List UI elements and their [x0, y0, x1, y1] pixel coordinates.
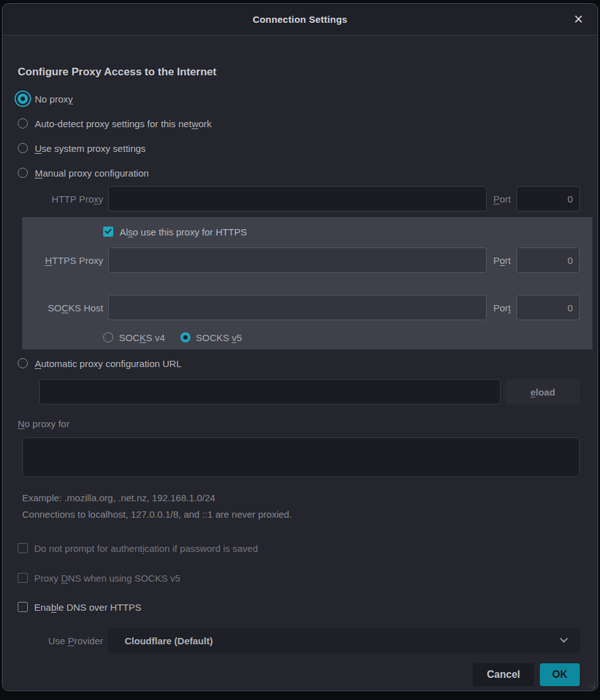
highlighted-section: Also use this proxy for HTTPS HTTPS Prox…	[22, 217, 592, 349]
https-proxy-row: HTTPS Proxy Port	[22, 247, 580, 273]
radio-icon-socks-v5	[180, 332, 191, 342]
radio-socks-v4-label[interactable]: SOCKS v4	[119, 332, 165, 343]
checkbox-icon-also-use-https	[103, 227, 113, 237]
checkbox-no-prompt-auth[interactable]: Do not prompt for authentication if pass…	[18, 539, 580, 557]
radio-socks-v5-label: SOCKS v5	[196, 332, 242, 343]
https-port-label: Port	[493, 255, 511, 266]
cancel-button[interactable]: Cancel	[473, 663, 534, 686]
auto-url-input-row: eload	[39, 379, 580, 404]
radio-socks-v5[interactable]: SOCKS v5	[180, 332, 242, 343]
localhost-note-text: Connections to localhost, 127.0.0.1/8, a…	[22, 509, 580, 523]
dialog-title: Connection Settings	[253, 14, 347, 25]
auto-url-input[interactable]	[39, 379, 501, 404]
https-proxy-label: HTTPS Proxy	[22, 255, 103, 266]
radio-auto-detect-label: Auto-detect proxy settings for this netw…	[35, 118, 211, 129]
radio-auto-url[interactable]: Automatic proxy configuration URL	[18, 354, 580, 372]
connection-settings-dialog: Connection Settings ✕ Configure Proxy Ac…	[2, 3, 598, 691]
socks-port-label: Port	[493, 303, 511, 313]
radio-icon-auto-url	[18, 358, 28, 368]
radio-manual-proxy-label: Manual proxy configuration	[35, 168, 149, 178]
socks-host-row: SOCKS Host Port	[22, 295, 580, 320]
checkbox-icon-proxy-dns	[18, 573, 28, 583]
dialog-body: Configure Proxy Access to the Internet N…	[3, 35, 597, 691]
checkbox-icon-no-prompt-auth	[18, 543, 28, 553]
socks-host-input[interactable]	[108, 295, 487, 320]
dialog-titlebar: Connection Settings ✕	[3, 4, 597, 35]
socks-port-input[interactable]	[516, 295, 580, 320]
chevron-down-icon	[560, 635, 568, 643]
no-proxy-example-text: Example: .mozilla.org, .net.nz, 192.168.…	[22, 492, 580, 506]
socks-host-label: SOCKS Host	[22, 303, 103, 313]
radio-auto-url-label: Automatic proxy configuration URL	[35, 358, 182, 369]
dialog-footer: Cancel OK	[18, 663, 580, 686]
https-proxy-input[interactable]	[108, 247, 487, 273]
use-provider-label: Use Provider	[18, 635, 103, 646]
checkbox-no-prompt-auth-label: Do not prompt for authentication if pass…	[34, 543, 258, 554]
checkbox-icon-enable-doh	[18, 602, 28, 612]
radio-icon-no-proxy	[18, 94, 28, 104]
http-proxy-input[interactable]	[108, 186, 487, 211]
close-icon: ✕	[573, 13, 584, 25]
checkbox-proxy-dns[interactable]: Proxy DNS when using SOCKS v5	[18, 569, 580, 587]
http-proxy-label: HTTP Proxy	[18, 194, 103, 204]
checkbox-enable-doh-label: Enable DNS over HTTPS	[34, 602, 141, 613]
no-proxy-for-label: No proxy for	[18, 418, 580, 432]
radio-system-proxy-label: Use system proxy settings	[35, 143, 146, 154]
radio-no-proxy-label: No proxy	[35, 94, 73, 104]
also-use-https-checkbox-row[interactable]: Also use this proxy for HTTPS	[103, 223, 580, 240]
radio-icon-manual-proxy	[18, 168, 28, 178]
radio-icon-system-proxy	[18, 143, 28, 153]
checkbox-proxy-dns-label: Proxy DNS when using SOCKS v5	[34, 573, 180, 584]
doh-provider-row: Use Provider Cloudflare (Default)	[18, 628, 580, 653]
radio-icon-socks-v4[interactable]	[103, 332, 113, 342]
ok-button[interactable]: OK	[540, 663, 580, 686]
http-port-input[interactable]	[516, 186, 580, 211]
radio-manual-proxy[interactable]: Manual proxy configuration	[18, 164, 580, 182]
radio-auto-detect[interactable]: Auto-detect proxy settings for this netw…	[18, 115, 580, 132]
radio-icon-auto-detect	[18, 118, 28, 128]
http-port-label: Port	[493, 194, 511, 204]
no-proxy-for-textarea[interactable]	[22, 437, 580, 477]
radio-system-proxy[interactable]: Use system proxy settings	[18, 139, 580, 157]
page-title: Configure Proxy Access to the Internet	[18, 66, 580, 78]
doh-provider-dropdown[interactable]: Cloudflare (Default)	[108, 628, 580, 653]
reload-button[interactable]: eload	[506, 379, 580, 404]
https-port-input[interactable]	[516, 247, 580, 273]
doh-provider-selected-value: Cloudflare (Default)	[125, 635, 213, 646]
also-use-https-label: Also use this proxy for HTTPS	[120, 227, 247, 237]
checkbox-enable-doh[interactable]: Enable DNS over HTTPS	[18, 598, 580, 616]
socks-version-row: SOCKS v4 SOCKS v5	[103, 329, 580, 346]
http-proxy-row: HTTP Proxy Port	[18, 186, 580, 211]
close-button[interactable]: ✕	[570, 11, 587, 28]
radio-no-proxy[interactable]: No proxy	[18, 90, 580, 108]
